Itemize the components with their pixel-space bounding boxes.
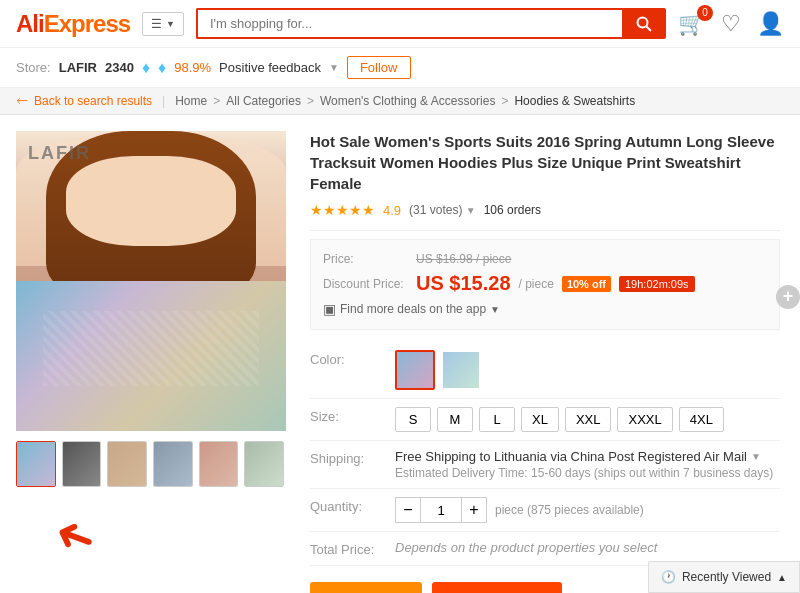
color-swatch-2-image <box>443 352 479 388</box>
header-icons: 🛒 0 ♡ 👤 <box>678 11 784 37</box>
arrow-container: ➜ <box>16 507 284 563</box>
search-icon <box>636 16 652 32</box>
search-input[interactable] <box>196 8 622 39</box>
size-xl[interactable]: XL <box>521 407 559 432</box>
size-4xl[interactable]: 4XL <box>679 407 724 432</box>
votes-count[interactable]: (31 votes) ▼ <box>409 203 476 217</box>
color-swatch-2[interactable] <box>441 350 481 390</box>
color-label: Color: <box>310 350 395 367</box>
discount-price-row: Discount Price: US $15.28 / piece 10% of… <box>323 272 767 295</box>
color-swatch-1-image <box>397 352 433 388</box>
store-name[interactable]: LAFIR <box>59 60 97 75</box>
product-title: Hot Sale Women's Sports Suits 2016 Sprin… <box>310 131 780 194</box>
recently-viewed-panel[interactable]: 🕐 Recently Viewed ▲ <box>648 561 800 593</box>
buy-now-button[interactable]: Buy Now <box>310 582 422 593</box>
thumbnail-row <box>16 441 284 487</box>
logo-text: AliExpress <box>16 10 130 38</box>
thumbnail-5[interactable] <box>199 441 239 487</box>
menu-icon: ☰ <box>151 17 162 31</box>
main-content: LAFIR ➜ Hot <box>0 115 800 593</box>
svg-point-0 <box>638 17 648 27</box>
breadcrumb-sep-2: > <box>307 94 314 108</box>
size-buttons: S M L XL XXL XXXL 4XL <box>395 407 780 432</box>
shipping-label: Shipping: <box>310 449 395 466</box>
pieces-available: piece (875 pieces available) <box>495 503 644 517</box>
shipping-text: Free Shipping to Lithuania via China Pos… <box>395 449 780 464</box>
quantity-input[interactable] <box>421 497 461 523</box>
breadcrumb-cat1[interactable]: All Categories <box>226 94 301 108</box>
shipping-dropdown-icon[interactable]: ▼ <box>751 451 761 462</box>
feedback-score: 98.9% <box>174 60 211 75</box>
menu-arrow: ▼ <box>166 19 175 29</box>
store-bar: Store: LAFIR 2340 ♦ ♦ 98.9% Positive fee… <box>0 48 800 88</box>
header: AliExpress ☰ ▼ 🛒 0 ♡ 👤 <box>0 0 800 48</box>
back-to-results-link[interactable]: Back to search results <box>34 94 152 108</box>
floating-plus-icon: + <box>783 286 794 307</box>
quantity-increase-button[interactable]: + <box>461 497 487 523</box>
size-s[interactable]: S <box>395 407 431 432</box>
search-button[interactable] <box>622 8 666 39</box>
discount-badge: 10% off <box>562 276 611 292</box>
store-label: Store: <box>16 60 51 75</box>
feedback-dropdown-icon[interactable]: ▼ <box>329 62 339 73</box>
recently-viewed-arrow: ▲ <box>777 572 787 583</box>
positive-feedback-label: Positive feedback <box>219 60 321 75</box>
search-bar <box>196 8 666 39</box>
color-swatch-1[interactable] <box>395 350 435 390</box>
quantity-decrease-button[interactable]: − <box>395 497 421 523</box>
size-row: Size: S M L XL XXL XXXL 4XL <box>310 399 780 441</box>
cart-badge: 0 <box>697 5 713 21</box>
breadcrumb-sep-1: > <box>213 94 220 108</box>
main-product-image[interactable]: LAFIR <box>16 131 286 431</box>
svg-line-1 <box>647 26 652 31</box>
per-piece-text: / piece <box>519 277 554 291</box>
size-label: Size: <box>310 407 395 424</box>
qr-icon: ▣ <box>323 301 336 317</box>
product-info-panel: Hot Sale Women's Sports Suits 2016 Sprin… <box>300 115 800 593</box>
rating-row: ★★★★★ 4.9 (31 votes) ▼ 106 orders <box>310 202 780 218</box>
shipping-row: Shipping: Free Shipping to Lithuania via… <box>310 441 780 489</box>
wishlist-icon[interactable]: ♡ <box>721 11 741 37</box>
size-xxl[interactable]: XXL <box>565 407 612 432</box>
price-section: Price: US $16.98 / piece Discount Price:… <box>310 239 780 330</box>
color-row: Color: <box>310 342 780 399</box>
rating-number: 4.9 <box>383 203 401 218</box>
recently-viewed-label: Recently Viewed <box>682 570 771 584</box>
thumbnail-3[interactable] <box>107 441 147 487</box>
app-deals-arrow: ▼ <box>490 304 500 315</box>
quantity-stepper: − + <box>395 497 487 523</box>
menu-button[interactable]: ☰ ▼ <box>142 12 184 36</box>
size-l[interactable]: L <box>479 407 515 432</box>
follow-button[interactable]: Follow <box>347 56 411 79</box>
votes-dropdown-icon[interactable]: ▼ <box>466 205 476 216</box>
floating-action-button[interactable]: + <box>776 285 800 309</box>
original-price: US $16.98 / piece <box>416 252 511 266</box>
product-image-placeholder <box>16 131 286 431</box>
cart-button[interactable]: 🛒 0 <box>678 11 705 37</box>
thumbnail-4[interactable] <box>153 441 193 487</box>
diamond-icon-1: ♦ <box>142 59 150 77</box>
thumbnail-6[interactable] <box>244 441 284 487</box>
thumbnail-1[interactable] <box>16 441 56 487</box>
divider-1 <box>310 230 780 231</box>
diamond-icon-2: ♦ <box>158 59 166 77</box>
breadcrumb-home[interactable]: Home <box>175 94 207 108</box>
breadcrumb-sep-3: > <box>501 94 508 108</box>
size-m[interactable]: M <box>437 407 473 432</box>
add-to-cart-button[interactable]: Add to Cart <box>432 582 562 593</box>
logo[interactable]: AliExpress <box>16 10 130 38</box>
size-xxxl[interactable]: XXXL <box>617 407 672 432</box>
total-value: Depends on the product properties you se… <box>395 540 657 555</box>
back-arrow-icon: 🡐 <box>16 94 28 108</box>
thumbnail-2[interactable] <box>62 441 102 487</box>
star-rating: ★★★★★ <box>310 202 375 218</box>
discount-price: US $15.28 <box>416 272 511 295</box>
breadcrumb: 🡐 Back to search results | Home > All Ca… <box>0 88 800 115</box>
app-deals-row[interactable]: ▣ Find more deals on the app ▼ <box>323 301 767 317</box>
red-arrow-icon: ➜ <box>48 502 105 568</box>
store-rating: 2340 <box>105 60 134 75</box>
breadcrumb-cat2[interactable]: Women's Clothing & Accessories <box>320 94 495 108</box>
discount-label: Discount Price: <box>323 277 408 291</box>
user-icon[interactable]: 👤 <box>757 11 784 37</box>
countdown-timer: 19h:02m:09s <box>619 276 695 292</box>
